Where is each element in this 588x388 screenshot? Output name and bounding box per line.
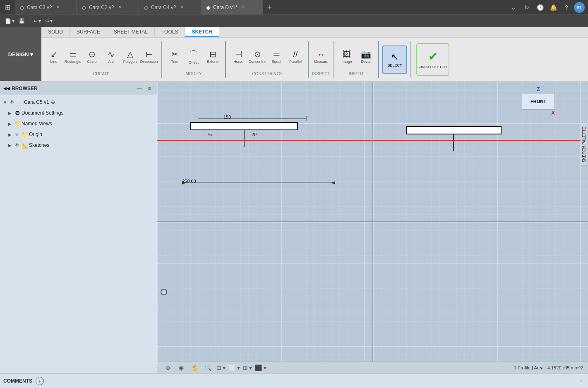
z-axis-label: Z xyxy=(522,86,555,92)
hand-tool[interactable]: ✋ xyxy=(189,362,200,374)
named-views-toggle[interactable]: ▶ xyxy=(7,120,13,127)
root-component-icon: ⬜ xyxy=(16,98,24,106)
tab-tools[interactable]: TOOLS xyxy=(155,27,185,37)
circle-tool[interactable]: ⊙ Circle xyxy=(83,43,101,71)
offset-tool[interactable]: ⌒ Offset xyxy=(185,43,203,71)
separator xyxy=(29,17,29,25)
tab-sketch[interactable]: SKETCH xyxy=(185,27,219,37)
sketches-visibility-icon[interactable]: 👁 xyxy=(13,141,21,149)
divider xyxy=(225,41,226,78)
tab-surface[interactable]: SURFACE xyxy=(70,27,107,37)
tree-root[interactable]: ▼ 👁 ⬜ Cara C5 v1 ⊕ xyxy=(0,97,157,108)
arc-tool[interactable]: ∿ Arc xyxy=(102,43,120,71)
tab-bar: ⊞ ◇ Cara C3 v2 ✕ ◇ Cara C2 v2 ✕ ◇ Cara C… xyxy=(0,0,588,15)
sketch-stem xyxy=(244,130,245,147)
canvas-top-left[interactable]: 150 75 xyxy=(157,82,372,221)
root-toggle[interactable]: ▼ xyxy=(2,99,8,105)
refresh-button[interactable]: ↻ xyxy=(521,2,533,13)
tab-sheet-metal[interactable]: SHEET METAL xyxy=(107,27,155,37)
tab-close[interactable]: ✕ xyxy=(180,5,184,10)
measure-icon: ↔ xyxy=(317,50,325,59)
browser-tree: ▼ 👁 ⬜ Cara C5 v1 ⊕ ▶ ⚙ Document Settings… xyxy=(0,95,157,152)
tab-solid[interactable]: SOLID xyxy=(41,27,70,37)
dropdown-tabs-button[interactable]: ⌄ xyxy=(508,2,519,13)
measure-tool[interactable]: ↔ Measure xyxy=(312,43,330,71)
trim-tool[interactable]: ✂ Trim xyxy=(166,43,184,71)
notifications-button[interactable]: 🔔 xyxy=(547,2,559,13)
tab-close[interactable]: ✕ xyxy=(56,5,60,10)
new-button[interactable]: 📄 ▾ xyxy=(3,16,16,26)
view-tool[interactable]: ⬜ ▾ xyxy=(228,362,240,374)
decal-tool[interactable]: 📷 Decal xyxy=(357,43,375,71)
user-avatar[interactable]: AT xyxy=(574,2,585,13)
rectangle-tool[interactable]: ▭ Rectangle xyxy=(64,43,82,71)
origin-toggle[interactable]: ▶ xyxy=(7,131,13,138)
line-tool[interactable]: ↙ Line xyxy=(45,43,63,71)
zoom-tool[interactable]: 🔍 xyxy=(202,362,214,374)
divider xyxy=(161,41,162,78)
tab-cara-c3[interactable]: ◇ Cara C3 v2 ✕ xyxy=(15,0,77,14)
sketch-rect-shape xyxy=(190,122,298,130)
app-grid-icon[interactable]: ⊞ xyxy=(0,0,15,15)
tab-cara-c2[interactable]: ◇ Cara C2 v2 ✕ xyxy=(77,0,139,14)
scissors-icon: ✂ xyxy=(171,49,178,59)
add-comment-button[interactable]: + xyxy=(36,377,44,385)
divider xyxy=(378,41,379,78)
grid-tool[interactable]: ⊞ ▾ xyxy=(242,362,253,374)
equal-constraint[interactable]: ═ Equal xyxy=(267,43,286,71)
tree-item-doc-settings[interactable]: ▶ ⚙ Document Settings xyxy=(0,108,157,118)
tree-item-sketches[interactable]: ▶ 👁 📐 Sketches xyxy=(0,140,157,151)
snap-tool[interactable]: ⊕ xyxy=(162,362,174,374)
parallel-constraint[interactable]: // Parallel xyxy=(286,43,305,71)
create-label: CREATE xyxy=(93,71,110,76)
browser-minus-button[interactable]: — xyxy=(135,84,144,93)
select-button[interactable]: ↖ SELECT xyxy=(382,46,407,74)
circle-constraint[interactable]: ⊙ Concentric xyxy=(248,43,266,71)
doc-settings-toggle[interactable]: ▶ xyxy=(7,110,13,116)
tab-close[interactable]: ✕ xyxy=(242,5,245,10)
tab-add-button[interactable]: + xyxy=(263,0,276,15)
canvas-top-right[interactable]: Z FRONT X SKETCH PALETTE xyxy=(373,82,588,221)
history-button[interactable]: 🕐 xyxy=(534,2,546,13)
undo-button[interactable]: ↩ ▾ xyxy=(32,16,43,26)
horiz-constraint[interactable]: ⊣ Horiz. xyxy=(229,43,247,71)
canvas-bottom-left[interactable] xyxy=(157,222,372,362)
browser-menu-button[interactable]: ≡ xyxy=(145,84,154,93)
triangle-tool[interactable]: △ Polygon xyxy=(121,43,139,71)
tab-bar-right: ⌄ ↻ 🕐 🔔 ? AT xyxy=(504,2,588,13)
front-face[interactable]: FRONT xyxy=(522,93,555,110)
extend-tool[interactable]: ⊟ Extend xyxy=(204,43,222,71)
image-tool[interactable]: 🖼 Image xyxy=(338,43,356,71)
triangle-icon: △ xyxy=(127,49,133,59)
design-button[interactable]: DESIGN ▾ xyxy=(0,27,41,81)
sketch-palette-tab[interactable]: SKETCH PALETTE xyxy=(581,124,588,165)
snap2-tool[interactable]: ◉ xyxy=(175,362,187,374)
root-visibility-icon[interactable]: 👁 xyxy=(8,98,16,106)
canvas-bottom-right[interactable] xyxy=(373,222,588,362)
tab-cara-c4[interactable]: ◇ Cara C4 v2 ✕ xyxy=(139,0,201,14)
collapse-browser-icon[interactable]: ◀◀ xyxy=(3,86,10,91)
display-tool[interactable]: ⬛ ▾ xyxy=(255,362,266,374)
target-icon[interactable]: ⊕ xyxy=(51,99,55,105)
browser-title: BROWSER xyxy=(12,86,135,91)
tree-item-origin[interactable]: ▶ 👁 📁 Origin xyxy=(0,129,157,140)
origin-label: Origin xyxy=(29,132,42,137)
dimension-tool[interactable]: ⊢ Dimension xyxy=(140,43,158,71)
redo-button[interactable]: ↪ ▾ xyxy=(43,16,54,26)
comments-menu-button[interactable]: ≡ xyxy=(576,377,585,385)
finish-sketch-button[interactable]: ✔ FINISH SKETCH xyxy=(416,43,449,76)
root-label: Cara C5 v1 xyxy=(24,99,49,105)
fit-tool[interactable]: ⊡ ▾ xyxy=(215,362,227,374)
dimension-icon: ⊢ xyxy=(146,49,153,59)
tree-item-named-views[interactable]: ▶ 📁 Named Views xyxy=(0,118,157,129)
canvas-top-row: 150 75 xyxy=(157,82,588,221)
help-button[interactable]: ? xyxy=(561,2,572,13)
save-button[interactable]: 💾 xyxy=(17,16,26,26)
dim-250-group: 250.00 xyxy=(182,179,339,188)
tab-cara-d[interactable]: ◆ Cara D v1* ✕ xyxy=(201,0,263,14)
tab-close[interactable]: ✕ xyxy=(118,5,122,10)
toolbar-tabs: SOLID SURFACE SHEET METAL TOOLS SKETCH xyxy=(41,27,588,38)
view-cube-area: Z FRONT X xyxy=(522,86,555,116)
sketches-toggle[interactable]: ▶ xyxy=(7,142,13,148)
origin-visibility-icon[interactable]: 👁 xyxy=(13,131,21,138)
